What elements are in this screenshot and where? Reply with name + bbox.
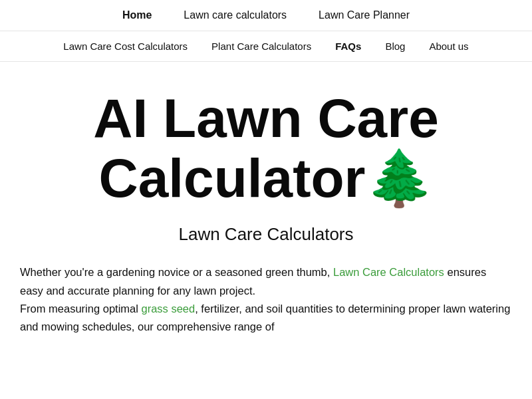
grass-seed-link[interactable]: grass seed: [141, 303, 195, 315]
hero-title-line1: AI Lawn Care: [93, 88, 438, 148]
nav-lawn-care-calculators[interactable]: Lawn care calculators: [184, 9, 287, 21]
subnav-faqs[interactable]: FAQs: [335, 41, 361, 52]
nav-lawn-care-planner[interactable]: Lawn Care Planner: [319, 9, 410, 21]
intro-text-start: Whether you're a gardening novice or a s…: [20, 266, 330, 278]
hero-title-line2: Calculator: [99, 148, 366, 208]
top-navigation: Home Lawn care calculators Lawn Care Pla…: [0, 0, 532, 31]
intro-paragraph: Whether you're a gardening novice or a s…: [20, 263, 512, 336]
lawn-care-calculators-link[interactable]: Lawn Care Calculators: [333, 266, 444, 278]
body-line2-start: From measuring optimal: [20, 303, 138, 315]
hero-title-emoji: 🌲: [366, 148, 434, 208]
main-content: AI Lawn Care Calculator🌲 Lawn Care Calcu…: [0, 62, 532, 356]
subnav-blog[interactable]: Blog: [385, 41, 405, 52]
subnav-about-us[interactable]: About us: [429, 41, 468, 52]
hero-title: AI Lawn Care Calculator🌲: [20, 88, 512, 208]
sub-navigation: Lawn Care Cost Calculators Plant Care Ca…: [0, 31, 532, 62]
page-subtitle: Lawn Care Calculators: [20, 224, 512, 245]
nav-home[interactable]: Home: [122, 9, 152, 21]
subnav-plant-care[interactable]: Plant Care Calculators: [211, 41, 311, 52]
subnav-cost-calculators[interactable]: Lawn Care Cost Calculators: [63, 41, 188, 52]
